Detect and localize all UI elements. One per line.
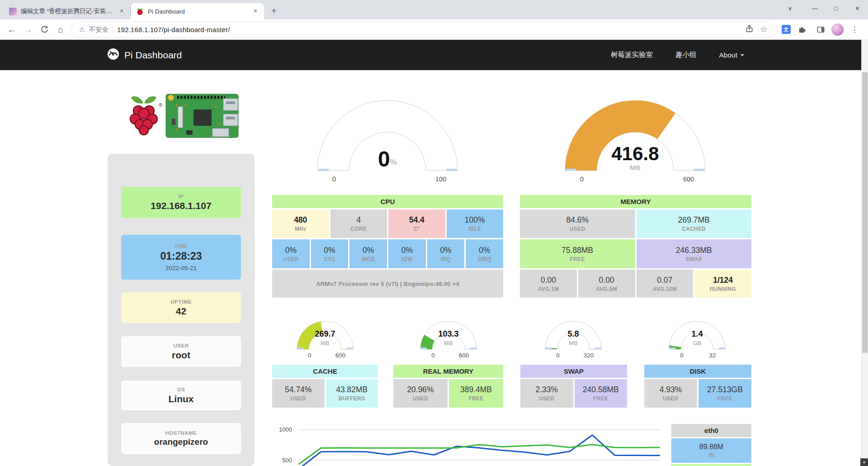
- cpu-table-title: CPU: [272, 195, 503, 208]
- network-chart: 1000500: [271, 424, 665, 466]
- ip-label: IP: [179, 194, 184, 199]
- svg-text:MB: MB: [630, 164, 640, 171]
- cache-buffers-cell: 43.82MBBUFFERS: [326, 379, 378, 408]
- svg-text:1000: 1000: [279, 426, 292, 433]
- tab-search-icon[interactable]: ∨: [779, 0, 801, 17]
- svg-text:®: ®: [159, 102, 162, 108]
- cpu-temp-cell: 54.4C°: [388, 209, 445, 238]
- scrollbar-thumb[interactable]: [862, 72, 868, 353]
- share-icon[interactable]: [745, 24, 754, 35]
- cpu-core-cell: 4CORE: [330, 209, 387, 238]
- realmem-free-cell: 389.4MBFREE: [449, 379, 503, 408]
- os-card: OS Linux: [121, 380, 241, 410]
- disk-gauge: 1.4 GB 0 32: [668, 321, 726, 359]
- browser-toolbar: ← → ⌂ ⚠ 不安全 192.168.1.107/pi-dashboard-m…: [0, 19, 868, 40]
- browser-menu-icon[interactable]: ⋮: [846, 21, 863, 38]
- cache-gauge: 269.7 MB 0 600: [296, 321, 354, 359]
- svg-text:0: 0: [680, 352, 684, 359]
- toolbar-extensions: 文 ⋮: [782, 21, 863, 38]
- eth0-in-cell: 89.88M IN: [671, 438, 751, 463]
- svg-text:600: 600: [683, 176, 694, 183]
- scroll-down-icon[interactable]: ▾: [860, 458, 868, 466]
- window-controls: ∨ — □ ×: [779, 0, 868, 17]
- uptime-value: 42: [176, 306, 186, 317]
- home-icon[interactable]: ⌂: [52, 21, 69, 38]
- nav-links: 树莓派实验室 趣小组 About: [611, 50, 744, 60]
- disk-table-title: DISK: [644, 365, 751, 378]
- cpu-usage-gauge: 0% 0 100: [317, 96, 458, 185]
- profile-avatar[interactable]: [831, 24, 844, 36]
- mem-swap-cell: 246.33MBSWAP: [637, 239, 752, 268]
- svg-text:600: 600: [335, 352, 346, 359]
- cpu-irq-cell: 0%IRQ: [427, 239, 465, 268]
- bookmark-star-icon[interactable]: ☆: [758, 24, 769, 35]
- ip-card: IP 192.168.1.107: [121, 187, 241, 218]
- brand[interactable]: Pi Dashboard: [107, 48, 182, 62]
- new-tab-button[interactable]: +: [268, 5, 280, 17]
- os-label: OS: [177, 387, 185, 392]
- swap-gauge: 5.8 MB 0 320: [544, 321, 603, 359]
- uptime-card: UPTIME 42: [121, 292, 241, 323]
- cpu-nice-cell: 0%NICE: [349, 239, 387, 268]
- cpu-info-row: ARMv7 Processor rev 5 (v7l) | Bogomips:4…: [272, 270, 503, 298]
- side-panel-icon[interactable]: [812, 21, 829, 38]
- svg-text:MB: MB: [569, 340, 577, 347]
- tab-strip: 编辑文章 “香橙派折腾日记-安装… × Pi Dashboard × + ∨ —…: [0, 0, 868, 19]
- svg-text:0: 0: [308, 352, 311, 359]
- security-label[interactable]: 不安全: [89, 25, 109, 34]
- warning-icon: ⚠: [79, 26, 85, 33]
- address-bar[interactable]: ⚠ 不安全 192.168.1.107/pi-dashboard-master/…: [71, 22, 777, 38]
- cpu-sys-cell: 0%SYS: [311, 239, 349, 268]
- svg-text:32: 32: [709, 352, 716, 359]
- url-text[interactable]: 192.168.1.107/pi-dashboard-master/: [117, 26, 741, 33]
- memory-table: MEMORY 84.6%USED 269.7MBCACHED 75.88MBFR…: [520, 195, 751, 298]
- site-navbar: Pi Dashboard 树莓派实验室 趣小组 About: [0, 40, 868, 70]
- brand-title: Pi Dashboard: [124, 50, 182, 61]
- time-card: TIME 01:28:23 2022-05-21: [121, 235, 241, 280]
- svg-text:MB: MB: [321, 340, 329, 347]
- translate-extension-icon[interactable]: 文: [782, 25, 791, 34]
- nav-link-raspberry-lab[interactable]: 树莓派实验室: [611, 50, 653, 60]
- swap-table-title: SWAP: [520, 365, 627, 378]
- loadavg-10m-cell: 0.07AVG.10M: [637, 270, 693, 298]
- nav-link-about[interactable]: About: [719, 51, 744, 59]
- svg-text:1.4: 1.4: [691, 329, 703, 338]
- os-value: Linux: [169, 394, 194, 404]
- svg-text:100: 100: [435, 176, 446, 183]
- forward-icon: →: [20, 21, 36, 38]
- tab-close-icon[interactable]: ×: [251, 7, 259, 15]
- reload-icon[interactable]: [36, 21, 52, 38]
- tab-pi-dashboard[interactable]: Pi Dashboard ×: [131, 3, 264, 19]
- loadavg-5m-cell: 0.00AVG.5M: [578, 270, 635, 298]
- svg-text:0: 0: [431, 352, 435, 359]
- svg-text:0%: 0%: [378, 147, 397, 171]
- swap-used-cell: 2.33%USED: [520, 379, 573, 408]
- extensions-puzzle-icon[interactable]: [793, 21, 810, 38]
- disk-free-cell: 27.513GBFREE: [698, 379, 751, 408]
- cpu-freq-cell: 480MHz: [272, 209, 329, 238]
- hostname-value: orangepizero: [154, 437, 208, 447]
- svg-text:5.8: 5.8: [567, 329, 579, 338]
- svg-text:416.8: 416.8: [611, 143, 659, 164]
- close-button[interactable]: ×: [847, 0, 868, 17]
- time-label: TIME: [175, 243, 188, 249]
- minimize-button[interactable]: —: [804, 0, 826, 17]
- date-value: 2022-05-21: [165, 265, 197, 271]
- eth0-table: eth0 89.88M IN: [671, 424, 751, 466]
- hostname-label: HOSTNAME: [165, 430, 197, 436]
- raspberry-pi-board-image: [165, 91, 239, 142]
- maximize-button[interactable]: □: [826, 0, 847, 17]
- back-icon[interactable]: ←: [4, 21, 20, 38]
- nav-link-quxiaozu[interactable]: 趣小组: [675, 50, 697, 60]
- tab-close-icon[interactable]: ×: [118, 7, 126, 15]
- address-separator: [113, 26, 113, 33]
- memory-table-title: MEMORY: [520, 195, 751, 208]
- tab-blog-editor[interactable]: 编辑文章 “香橙派折腾日记-安装… ×: [4, 3, 130, 19]
- cpu-table: CPU 480MHz 4CORE 54.4C° 100%IDLE 0%USER …: [272, 195, 503, 298]
- svg-text:320: 320: [584, 352, 594, 359]
- browser-window: 编辑文章 “香橙派折腾日记-安装… × Pi Dashboard × + ∨ —…: [0, 0, 868, 466]
- gauge-brand-icon: [107, 48, 119, 62]
- svg-text:500: 500: [282, 457, 292, 464]
- svg-text:MB: MB: [444, 340, 453, 347]
- raspberry-favicon: [136, 8, 144, 15]
